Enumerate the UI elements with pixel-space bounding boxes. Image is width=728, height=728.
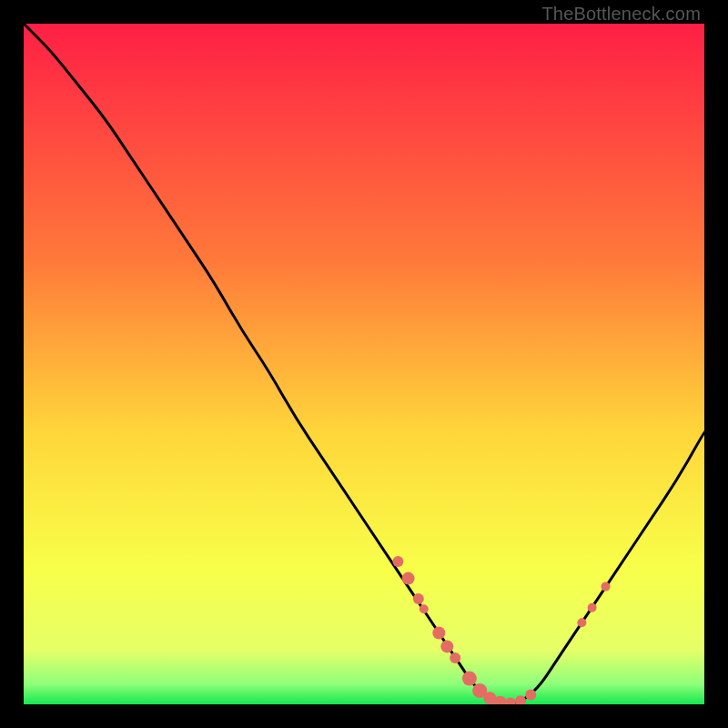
- data-marker: [402, 572, 415, 585]
- data-marker: [602, 582, 611, 592]
- data-marker: [432, 627, 445, 640]
- data-marker: [420, 604, 429, 613]
- data-marker: [588, 603, 597, 612]
- watermark-text: TheBottleneck.com: [541, 4, 701, 25]
- data-marker: [440, 640, 453, 652]
- gradient-background: [24, 24, 704, 704]
- data-marker: [462, 672, 477, 686]
- data-marker: [577, 618, 586, 627]
- data-marker: [525, 690, 536, 701]
- data-marker: [450, 652, 460, 663]
- data-marker: [413, 593, 424, 604]
- plot-frame: [24, 24, 704, 704]
- bottleneck-chart: [24, 24, 704, 704]
- data-marker: [392, 556, 403, 567]
